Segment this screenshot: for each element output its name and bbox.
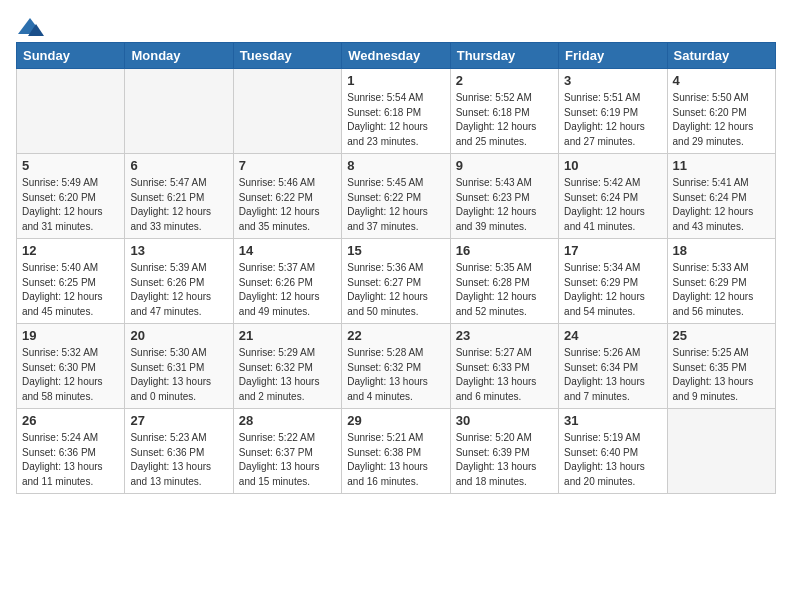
day-number: 28: [239, 413, 336, 428]
day-info: Sunrise: 5:52 AM Sunset: 6:18 PM Dayligh…: [456, 91, 553, 149]
calendar-cell: 21Sunrise: 5:29 AM Sunset: 6:32 PM Dayli…: [233, 324, 341, 409]
calendar-cell: 29Sunrise: 5:21 AM Sunset: 6:38 PM Dayli…: [342, 409, 450, 494]
calendar-cell: [233, 69, 341, 154]
day-number: 16: [456, 243, 553, 258]
day-info: Sunrise: 5:26 AM Sunset: 6:34 PM Dayligh…: [564, 346, 661, 404]
day-number: 29: [347, 413, 444, 428]
calendar-week-row: 19Sunrise: 5:32 AM Sunset: 6:30 PM Dayli…: [17, 324, 776, 409]
calendar-cell: 13Sunrise: 5:39 AM Sunset: 6:26 PM Dayli…: [125, 239, 233, 324]
calendar-cell: 24Sunrise: 5:26 AM Sunset: 6:34 PM Dayli…: [559, 324, 667, 409]
day-info: Sunrise: 5:37 AM Sunset: 6:26 PM Dayligh…: [239, 261, 336, 319]
calendar-cell: 23Sunrise: 5:27 AM Sunset: 6:33 PM Dayli…: [450, 324, 558, 409]
day-number: 6: [130, 158, 227, 173]
calendar-cell: 12Sunrise: 5:40 AM Sunset: 6:25 PM Dayli…: [17, 239, 125, 324]
calendar-cell: 9Sunrise: 5:43 AM Sunset: 6:23 PM Daylig…: [450, 154, 558, 239]
calendar-cell: 1Sunrise: 5:54 AM Sunset: 6:18 PM Daylig…: [342, 69, 450, 154]
weekday-header: Tuesday: [233, 43, 341, 69]
calendar-cell: 20Sunrise: 5:30 AM Sunset: 6:31 PM Dayli…: [125, 324, 233, 409]
day-info: Sunrise: 5:33 AM Sunset: 6:29 PM Dayligh…: [673, 261, 770, 319]
day-number: 22: [347, 328, 444, 343]
logo-icon: [16, 16, 44, 38]
day-number: 5: [22, 158, 119, 173]
calendar-cell: 10Sunrise: 5:42 AM Sunset: 6:24 PM Dayli…: [559, 154, 667, 239]
day-number: 9: [456, 158, 553, 173]
day-number: 7: [239, 158, 336, 173]
calendar-cell: 7Sunrise: 5:46 AM Sunset: 6:22 PM Daylig…: [233, 154, 341, 239]
day-number: 19: [22, 328, 119, 343]
calendar-cell: 4Sunrise: 5:50 AM Sunset: 6:20 PM Daylig…: [667, 69, 775, 154]
day-info: Sunrise: 5:25 AM Sunset: 6:35 PM Dayligh…: [673, 346, 770, 404]
day-info: Sunrise: 5:39 AM Sunset: 6:26 PM Dayligh…: [130, 261, 227, 319]
day-number: 3: [564, 73, 661, 88]
calendar-cell: 3Sunrise: 5:51 AM Sunset: 6:19 PM Daylig…: [559, 69, 667, 154]
day-info: Sunrise: 5:42 AM Sunset: 6:24 PM Dayligh…: [564, 176, 661, 234]
weekday-header: Thursday: [450, 43, 558, 69]
day-info: Sunrise: 5:19 AM Sunset: 6:40 PM Dayligh…: [564, 431, 661, 489]
logo: [16, 16, 48, 38]
day-number: 1: [347, 73, 444, 88]
page-container: SundayMondayTuesdayWednesdayThursdayFrid…: [16, 16, 776, 494]
calendar-cell: 19Sunrise: 5:32 AM Sunset: 6:30 PM Dayli…: [17, 324, 125, 409]
day-info: Sunrise: 5:46 AM Sunset: 6:22 PM Dayligh…: [239, 176, 336, 234]
weekday-header: Monday: [125, 43, 233, 69]
calendar-week-row: 26Sunrise: 5:24 AM Sunset: 6:36 PM Dayli…: [17, 409, 776, 494]
day-info: Sunrise: 5:23 AM Sunset: 6:36 PM Dayligh…: [130, 431, 227, 489]
calendar-cell: 31Sunrise: 5:19 AM Sunset: 6:40 PM Dayli…: [559, 409, 667, 494]
day-number: 8: [347, 158, 444, 173]
day-info: Sunrise: 5:54 AM Sunset: 6:18 PM Dayligh…: [347, 91, 444, 149]
day-info: Sunrise: 5:34 AM Sunset: 6:29 PM Dayligh…: [564, 261, 661, 319]
calendar-cell: 16Sunrise: 5:35 AM Sunset: 6:28 PM Dayli…: [450, 239, 558, 324]
day-info: Sunrise: 5:30 AM Sunset: 6:31 PM Dayligh…: [130, 346, 227, 404]
day-info: Sunrise: 5:51 AM Sunset: 6:19 PM Dayligh…: [564, 91, 661, 149]
calendar-week-row: 1Sunrise: 5:54 AM Sunset: 6:18 PM Daylig…: [17, 69, 776, 154]
day-number: 4: [673, 73, 770, 88]
day-number: 10: [564, 158, 661, 173]
calendar-cell: 2Sunrise: 5:52 AM Sunset: 6:18 PM Daylig…: [450, 69, 558, 154]
day-number: 20: [130, 328, 227, 343]
day-info: Sunrise: 5:40 AM Sunset: 6:25 PM Dayligh…: [22, 261, 119, 319]
day-number: 2: [456, 73, 553, 88]
day-number: 13: [130, 243, 227, 258]
calendar-week-row: 12Sunrise: 5:40 AM Sunset: 6:25 PM Dayli…: [17, 239, 776, 324]
day-number: 26: [22, 413, 119, 428]
day-info: Sunrise: 5:41 AM Sunset: 6:24 PM Dayligh…: [673, 176, 770, 234]
calendar-cell: [17, 69, 125, 154]
header: [16, 16, 776, 38]
calendar-cell: [125, 69, 233, 154]
day-info: Sunrise: 5:50 AM Sunset: 6:20 PM Dayligh…: [673, 91, 770, 149]
calendar-cell: 18Sunrise: 5:33 AM Sunset: 6:29 PM Dayli…: [667, 239, 775, 324]
weekday-header: Friday: [559, 43, 667, 69]
day-info: Sunrise: 5:29 AM Sunset: 6:32 PM Dayligh…: [239, 346, 336, 404]
day-number: 14: [239, 243, 336, 258]
calendar-cell: 8Sunrise: 5:45 AM Sunset: 6:22 PM Daylig…: [342, 154, 450, 239]
day-info: Sunrise: 5:27 AM Sunset: 6:33 PM Dayligh…: [456, 346, 553, 404]
day-number: 12: [22, 243, 119, 258]
day-number: 27: [130, 413, 227, 428]
weekday-header: Wednesday: [342, 43, 450, 69]
day-info: Sunrise: 5:35 AM Sunset: 6:28 PM Dayligh…: [456, 261, 553, 319]
day-info: Sunrise: 5:49 AM Sunset: 6:20 PM Dayligh…: [22, 176, 119, 234]
day-info: Sunrise: 5:43 AM Sunset: 6:23 PM Dayligh…: [456, 176, 553, 234]
day-info: Sunrise: 5:32 AM Sunset: 6:30 PM Dayligh…: [22, 346, 119, 404]
calendar-cell: 30Sunrise: 5:20 AM Sunset: 6:39 PM Dayli…: [450, 409, 558, 494]
day-number: 25: [673, 328, 770, 343]
calendar-cell: 14Sunrise: 5:37 AM Sunset: 6:26 PM Dayli…: [233, 239, 341, 324]
day-number: 21: [239, 328, 336, 343]
calendar-cell: 17Sunrise: 5:34 AM Sunset: 6:29 PM Dayli…: [559, 239, 667, 324]
day-number: 23: [456, 328, 553, 343]
calendar-cell: 15Sunrise: 5:36 AM Sunset: 6:27 PM Dayli…: [342, 239, 450, 324]
day-info: Sunrise: 5:28 AM Sunset: 6:32 PM Dayligh…: [347, 346, 444, 404]
day-number: 18: [673, 243, 770, 258]
day-info: Sunrise: 5:47 AM Sunset: 6:21 PM Dayligh…: [130, 176, 227, 234]
calendar-week-row: 5Sunrise: 5:49 AM Sunset: 6:20 PM Daylig…: [17, 154, 776, 239]
calendar-cell: 28Sunrise: 5:22 AM Sunset: 6:37 PM Dayli…: [233, 409, 341, 494]
calendar-cell: 5Sunrise: 5:49 AM Sunset: 6:20 PM Daylig…: [17, 154, 125, 239]
day-number: 11: [673, 158, 770, 173]
day-info: Sunrise: 5:45 AM Sunset: 6:22 PM Dayligh…: [347, 176, 444, 234]
day-number: 17: [564, 243, 661, 258]
day-number: 24: [564, 328, 661, 343]
day-info: Sunrise: 5:21 AM Sunset: 6:38 PM Dayligh…: [347, 431, 444, 489]
calendar-cell: 25Sunrise: 5:25 AM Sunset: 6:35 PM Dayli…: [667, 324, 775, 409]
weekday-header: Sunday: [17, 43, 125, 69]
day-info: Sunrise: 5:20 AM Sunset: 6:39 PM Dayligh…: [456, 431, 553, 489]
